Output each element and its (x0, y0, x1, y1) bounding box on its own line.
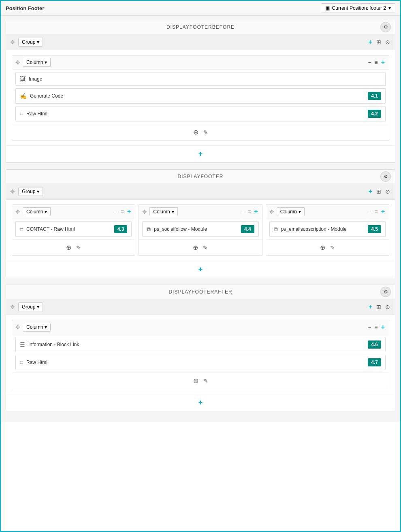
section-settings-button-displayfooterafter[interactable]: ⚙ (380, 287, 391, 297)
col-lines-btn-3[interactable]: ≡ (373, 323, 378, 331)
group-dropdown-arrow-1: ▾ (37, 39, 39, 45)
col-footer-pencil-2a[interactable]: ✎ (75, 244, 82, 252)
col-footer-circle-plus-3[interactable]: ⊕ (192, 376, 199, 385)
column-header-left-2c: ✥ Column ▾ (269, 207, 305, 216)
page-header: Position Footer ▣ Current Position: foot… (1, 1, 400, 16)
col-minus-btn-2a[interactable]: − (113, 208, 118, 216)
col-plus-btn-2c[interactable]: + (380, 207, 386, 216)
group-grid-btn-2[interactable]: ⊞ (375, 187, 382, 196)
add-row-btn-2[interactable]: + (198, 265, 203, 274)
col-plus-btn-3[interactable]: + (380, 323, 386, 332)
group-down-btn-1[interactable]: ⊙ (384, 38, 391, 46)
module-socialfollow: ⧉ ps_socialfollow - Module 4.4 (142, 221, 258, 237)
module-icon-2b: ⧉ (147, 226, 151, 233)
column-move-handle-2a[interactable]: ✥ (15, 209, 20, 215)
group-add-btn-2[interactable]: + (368, 187, 373, 196)
group-dropdown-btn-2[interactable]: Group ▾ (18, 187, 43, 196)
column-dropdown-btn-3[interactable]: Column ▾ (23, 323, 51, 332)
module-rawhtml-badge-1: 4.2 (368, 110, 381, 118)
monitor-icon: ▣ (325, 5, 330, 11)
column-header-left-2a: ✥ Column ▾ (15, 207, 51, 216)
col-plus-btn-2a[interactable]: + (126, 207, 132, 216)
column-dropdown-btn-2a[interactable]: Column ▾ (23, 207, 51, 216)
section-title-displayfooterafter: DISPLAYFOOTERAFTER (169, 289, 232, 295)
column-block-2c: ✥ Column ▾ − ≡ + ⧉ (266, 204, 389, 256)
module-information-block-link-badge: 4.6 (368, 340, 381, 349)
group-row-right-3: + ⊞ ⊙ (368, 302, 391, 311)
column-dropdown-btn-2b[interactable]: Column ▾ (149, 207, 177, 216)
column-dropdown-arrow-2b: ▾ (172, 209, 174, 215)
col-plus-btn-1[interactable]: + (380, 58, 386, 67)
col-minus-btn-2b[interactable]: − (240, 208, 245, 216)
rawhtml-icon-2a: ⌗ (20, 226, 23, 233)
col-lines-btn-2a[interactable]: ≡ (120, 208, 125, 216)
group-dropdown-btn-3[interactable]: Group ▾ (18, 302, 43, 311)
column-label-1: Column (26, 60, 43, 65)
group-grid-btn-3[interactable]: ⊞ (375, 303, 382, 311)
col-footer-circle-plus-2c[interactable]: ⊕ (319, 243, 326, 252)
page-wrapper: Position Footer ▣ Current Position: foot… (0, 0, 401, 532)
group-move-handle-2[interactable]: ✥ (10, 188, 15, 195)
section-settings-button-displayfooter[interactable]: ⚙ (380, 171, 391, 182)
col-footer-pencil-1[interactable]: ✎ (203, 128, 209, 136)
col-footer-circle-plus-1[interactable]: ⊕ (192, 128, 199, 137)
col-footer-pencil-3[interactable]: ✎ (203, 377, 209, 385)
section-title-displayfooterbefore: DISPLAYFOOTERBEFORE (166, 24, 235, 30)
column-move-handle-1[interactable]: ✥ (15, 59, 20, 66)
group-move-handle-1[interactable]: ✥ (10, 39, 15, 45)
group-row-left-1: ✥ Group ▾ (10, 38, 43, 47)
section-settings-button-displayfooterbefore[interactable]: ⚙ (380, 22, 391, 32)
group-grid-btn-1[interactable]: ⊞ (375, 38, 382, 46)
column-move-handle-3[interactable]: ✥ (15, 324, 20, 330)
col-footer-circle-plus-2a[interactable]: ⊕ (65, 243, 72, 252)
module-rawhtml-3: ⌗ Raw Html 4.7 (15, 355, 386, 370)
col-footer-pencil-2c[interactable]: ✎ (329, 244, 336, 252)
col-minus-btn-1[interactable]: − (367, 58, 372, 66)
col-footer-circle-plus-2b[interactable]: ⊕ (192, 243, 199, 252)
group-row-3: ✥ Group ▾ + ⊞ ⊙ (6, 299, 395, 315)
module-emailsubscription-name: ps_emailsubscription - Module (281, 226, 365, 232)
section-displayfooterafter: DISPLAYFOOTERAFTER ⚙ ✥ Group ▾ + ⊞ ⊙ (6, 285, 395, 411)
section-displayfooterbefore: DISPLAYFOOTERBEFORE ⚙ ✥ Group ▾ + ⊞ ⊙ (6, 20, 395, 163)
column-dropdown-btn-2c[interactable]: Column ▾ (277, 207, 305, 216)
col-plus-btn-2b[interactable]: + (253, 207, 258, 216)
column-header-2c: ✥ Column ▾ − ≡ + (266, 205, 389, 219)
col-footer-pencil-2b[interactable]: ✎ (202, 244, 209, 252)
column-move-handle-2b[interactable]: ✥ (142, 209, 147, 215)
section-displayfooter: DISPLAYFOOTER ⚙ ✥ Group ▾ + ⊞ ⊙ (6, 169, 395, 278)
column-footer-1: ⊕ ✎ (12, 124, 389, 140)
column-label-3: Column (26, 324, 43, 330)
module-icon-2c: ⧉ (274, 226, 278, 233)
col-lines-btn-1[interactable]: ≡ (373, 58, 378, 66)
group-move-handle-3[interactable]: ✥ (10, 304, 15, 310)
group-dropdown-btn-1[interactable]: Group ▾ (18, 38, 43, 47)
current-position-button[interactable]: ▣ Current Position: footer 2 ▾ (321, 3, 395, 13)
section-header-displayfooterafter: DISPLAYFOOTERAFTER ⚙ (6, 285, 395, 299)
group-add-btn-1[interactable]: + (368, 38, 373, 47)
group-label-2: Group (22, 189, 35, 194)
column-header-right-2c: − ≡ + (367, 207, 386, 216)
column-dropdown-btn-1[interactable]: Column ▾ (23, 58, 51, 67)
module-contact-name: CONTACT - Raw Html (26, 226, 111, 232)
col-lines-btn-2c[interactable]: ≡ (373, 208, 378, 216)
add-row-btn-3[interactable]: + (198, 398, 203, 407)
column-footer-2c: ⊕ ✎ (266, 239, 389, 255)
group-down-btn-2[interactable]: ⊙ (384, 187, 391, 196)
group-row-1: ✥ Group ▾ + ⊞ ⊙ (6, 34, 395, 50)
column-block-2b: ✥ Column ▾ − ≡ + ⧉ (139, 204, 262, 256)
column-move-handle-2c[interactable]: ✥ (269, 209, 274, 215)
group-down-btn-3[interactable]: ⊙ (384, 303, 391, 311)
add-row-container-2: + (6, 261, 395, 278)
group-add-btn-3[interactable]: + (368, 302, 373, 311)
col-minus-btn-2c[interactable]: − (367, 208, 372, 216)
module-socialfollow-name: ps_socialfollow - Module (154, 226, 238, 232)
image-icon: 🖼 (20, 76, 26, 82)
column-header-right-2b: − ≡ + (240, 207, 259, 216)
group-label-1: Group (22, 39, 35, 45)
col-lines-btn-2b[interactable]: ≡ (247, 208, 252, 216)
section-header-displayfooter: DISPLAYFOOTER ⚙ (6, 170, 395, 184)
module-information-block-link-name: Information - Block Link (28, 342, 365, 347)
col-minus-btn-3[interactable]: − (367, 323, 372, 331)
group-dropdown-arrow-2: ▾ (37, 189, 39, 194)
add-row-btn-1[interactable]: + (198, 150, 203, 158)
